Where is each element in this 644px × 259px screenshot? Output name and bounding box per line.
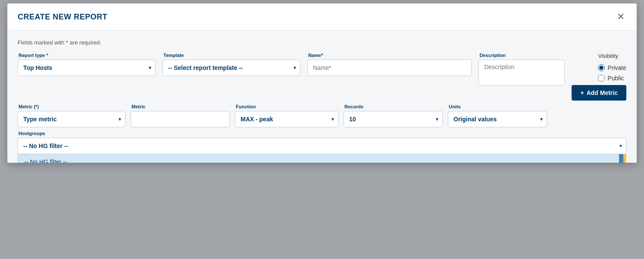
hostgroups-label: Hostgroups: [18, 131, 626, 136]
units-select[interactable]: Original values Bits Bytes: [448, 111, 547, 127]
template-select-wrapper: -- Select report template -- ▾: [163, 60, 300, 76]
metric-type-select[interactable]: Type metric CPU Memory Disk: [18, 111, 125, 127]
visibility-public-item: Public: [598, 75, 626, 82]
modal-title: CREATE NEW REPORT: [18, 13, 107, 22]
name-group: Name*: [307, 53, 472, 76]
name-label: Name*: [307, 53, 472, 58]
visibility-group: Visibility Private Public: [598, 53, 626, 82]
add-metric-button[interactable]: + Add Metric: [572, 85, 626, 101]
add-metric-label: Add Metric: [587, 89, 618, 96]
close-icon: ✕: [617, 11, 625, 22]
metric-text-label: Metric: [131, 104, 230, 109]
modal-body: Fields marked with * are required. Repor…: [7, 31, 637, 163]
metric-type-select-wrapper: Type metric CPU Memory Disk ▾: [18, 111, 125, 127]
form-row-3: Hostgroups -- No HG filter -- Backbone d…: [18, 131, 626, 154]
modal-header: CREATE NEW REPORT ✕: [7, 3, 637, 31]
visibility-private-item: Private: [598, 64, 626, 71]
form-row-2: Metric (*) Type metric CPU Memory Disk ▾…: [18, 104, 626, 127]
yellow-scroll-bar: [623, 154, 626, 163]
report-type-select-wrapper: Top Hosts Top Services Availability ▾: [18, 60, 156, 76]
description-label: Description: [478, 53, 565, 58]
plus-icon: +: [580, 89, 584, 96]
units-group: Units Original values Bits Bytes ▾: [448, 104, 547, 127]
hostgroups-select[interactable]: -- No HG filter -- Backbone devel e2e e2…: [18, 138, 626, 154]
records-group: Records 10 20 50 100 ▾: [344, 104, 443, 127]
hostgroups-group: Hostgroups -- No HG filter -- Backbone d…: [18, 131, 626, 154]
report-type-select[interactable]: Top Hosts Top Services Availability: [18, 60, 156, 76]
metric-type-label: Metric (*): [18, 104, 125, 109]
template-label: Template: [163, 53, 300, 58]
description-group: Description: [478, 53, 565, 85]
template-select[interactable]: -- Select report template --: [163, 60, 300, 76]
function-select[interactable]: MAX - peak AVG - average MIN - minimum: [235, 111, 338, 127]
metric-type-group: Metric (*) Type metric CPU Memory Disk ▾: [18, 104, 125, 127]
units-select-wrapper: Original values Bits Bytes ▾: [448, 111, 547, 127]
dropdown-item-no-filter[interactable]: -- No HG filter --: [18, 154, 626, 163]
function-label: Function: [235, 104, 338, 109]
records-select[interactable]: 10 20 50 100: [344, 111, 443, 127]
close-button[interactable]: ✕: [615, 10, 626, 23]
right-actions: Visibility Private Public + Add Metric: [572, 53, 626, 101]
report-type-label: Report type *: [18, 53, 156, 58]
report-type-group: Report type * Top Hosts Top Services Ava…: [18, 53, 156, 76]
metric-input[interactable]: [131, 111, 230, 127]
description-input[interactable]: [478, 60, 565, 85]
hostgroups-dropdown-list: -- No HG filter -- Backbone devel e2e e2…: [18, 154, 626, 163]
name-input[interactable]: [307, 60, 472, 76]
visibility-public-label: Public: [607, 75, 624, 82]
records-label: Records: [344, 104, 443, 109]
visibility-private-label: Private: [607, 64, 626, 71]
scrollbar-track: [619, 154, 623, 163]
modal-overlay: CREATE NEW REPORT ✕ Fields marked with *…: [0, 0, 644, 259]
function-group: Function MAX - peak AVG - average MIN - …: [235, 104, 338, 127]
units-label: Units: [448, 104, 547, 109]
records-select-wrapper: 10 20 50 100 ▾: [344, 111, 443, 127]
create-report-modal: CREATE NEW REPORT ✕ Fields marked with *…: [7, 3, 637, 163]
scrollbar-thumb[interactable]: [619, 154, 623, 163]
visibility-label: Visibility: [598, 53, 626, 59]
function-select-wrapper: MAX - peak AVG - average MIN - minimum ▾: [235, 111, 338, 127]
hostgroups-select-wrapper: -- No HG filter -- Backbone devel e2e e2…: [18, 138, 626, 154]
visibility-public-radio[interactable]: [598, 75, 605, 82]
required-note: Fields marked with * are required.: [18, 39, 626, 46]
template-group: Template -- Select report template -- ▾: [163, 53, 300, 76]
visibility-private-radio[interactable]: [598, 64, 605, 71]
form-row-1: Report type * Top Hosts Top Services Ava…: [18, 53, 626, 101]
metric-text-group: Metric: [131, 104, 230, 127]
